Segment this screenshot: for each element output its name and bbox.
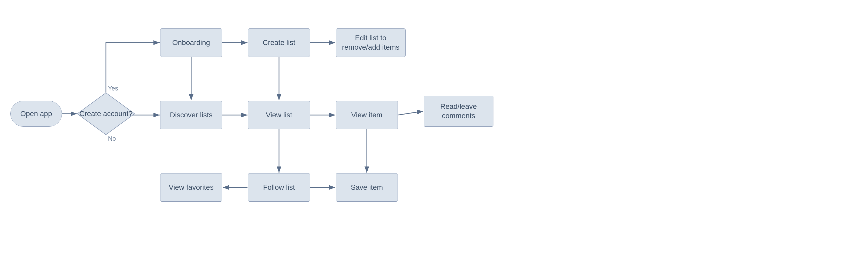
- yes-label: Yes: [108, 85, 118, 92]
- read-comments-node: Read/leave comments: [424, 96, 493, 127]
- onboarding-node: Onboarding: [160, 28, 222, 57]
- create-list-label: Create list: [263, 38, 295, 47]
- onboarding-label: Onboarding: [172, 38, 210, 47]
- edit-list-node: Edit list to remove/add items: [336, 28, 406, 57]
- follow-list-node: Follow list: [248, 173, 310, 202]
- view-list-node: View list: [248, 101, 310, 129]
- save-item-node: Save item: [336, 173, 398, 202]
- open-app-node: Open app: [10, 101, 62, 127]
- view-favorites-label: View favorites: [169, 183, 214, 192]
- create-account-label: Create account?: [79, 110, 132, 118]
- arrows-layer: [0, 0, 868, 273]
- create-account-node: Create account?: [76, 92, 135, 136]
- discover-lists-label: Discover lists: [170, 111, 213, 120]
- create-list-node: Create list: [248, 28, 310, 57]
- edit-list-label: Edit list to remove/add items: [342, 33, 400, 52]
- no-label: No: [108, 135, 116, 142]
- read-comments-label: Read/leave comments: [440, 102, 477, 121]
- follow-list-label: Follow list: [263, 183, 295, 192]
- open-app-label: Open app: [21, 110, 52, 118]
- view-item-node: View item: [336, 101, 398, 129]
- save-item-label: Save item: [351, 183, 383, 192]
- view-item-label: View item: [351, 111, 382, 120]
- discover-lists-node: Discover lists: [160, 101, 222, 129]
- svg-line-12: [398, 111, 423, 115]
- view-favorites-node: View favorites: [160, 173, 222, 202]
- view-list-label: View list: [266, 111, 292, 120]
